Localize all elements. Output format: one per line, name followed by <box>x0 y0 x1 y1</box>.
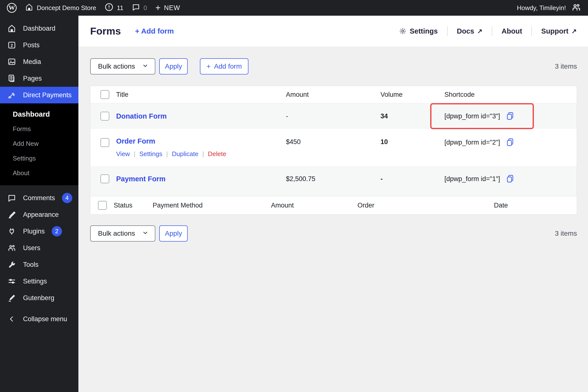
row-checkbox[interactable] <box>100 138 109 147</box>
header-link-settings[interactable]: Settings <box>390 27 447 35</box>
update-count: 11 <box>117 4 124 12</box>
posts-icon: 2 <box>7 41 16 50</box>
sidebar-item-direct-payments[interactable]: Direct Payments <box>0 87 78 104</box>
volume-cell: 10 <box>380 137 444 146</box>
chevron-down-icon <box>142 62 148 70</box>
table-row: Order Form View | Settings | Duplicate |… <box>90 129 577 166</box>
sidebar-item-posts[interactable]: 2 Posts <box>0 37 78 54</box>
footer-header-status: Status <box>114 202 153 209</box>
column-header-title[interactable]: Title <box>116 91 286 98</box>
items-count: 3 items <box>555 62 577 70</box>
sidebar-item-comments[interactable]: Comments 4 <box>0 190 78 206</box>
bulk-actions-select[interactable]: Bulk actions <box>90 226 155 242</box>
chevron-down-icon <box>142 230 148 238</box>
settings-link[interactable]: Settings <box>140 150 162 158</box>
duplicate-link[interactable]: Duplicate <box>172 150 198 158</box>
sidebar-item-dashboard[interactable]: Dashboard <box>0 20 78 37</box>
comments-indicator[interactable]: 0 <box>132 3 147 13</box>
gear-icon <box>399 27 407 35</box>
page-title: Forms <box>90 26 121 37</box>
submenu-item-about[interactable]: About <box>0 166 78 180</box>
header-link-docs[interactable]: Docs ↗ <box>448 27 492 35</box>
header-link-about[interactable]: About <box>492 27 532 35</box>
column-header-shortcode: Shortcode <box>444 91 577 98</box>
sidebar-item-appearance[interactable]: Appearance <box>0 206 78 223</box>
form-title-link[interactable]: Donation Form <box>116 112 166 120</box>
plug-icon <box>7 227 16 236</box>
home-icon <box>25 3 33 13</box>
footer-header-payment-method: Payment Method <box>153 202 271 209</box>
sidebar-item-settings[interactable]: Settings <box>0 273 78 290</box>
comment-bubble-icon <box>7 194 16 202</box>
items-count: 3 items <box>555 230 577 238</box>
copy-icon[interactable] <box>506 138 514 146</box>
sliders-icon <box>7 277 16 286</box>
users-icon[interactable] <box>571 2 581 13</box>
howdy-greeting[interactable]: Howdy, Timileyin! <box>517 4 566 12</box>
sidebar-item-plugins[interactable]: Plugins 2 <box>0 223 78 240</box>
alert-circle-icon <box>104 3 114 13</box>
new-content-button[interactable]: + NEW <box>155 4 180 12</box>
amount-cell: - <box>286 112 380 120</box>
main-content: Forms + Add form Settings Docs ↗ About S… <box>78 16 588 392</box>
brush-icon <box>7 210 16 219</box>
external-link-icon: ↗ <box>571 28 577 35</box>
form-title-link[interactable]: Order Form <box>116 137 155 145</box>
submenu-item-settings[interactable]: Settings <box>0 151 78 166</box>
pages-icon <box>7 74 16 83</box>
add-form-button[interactable]: + Add form <box>200 58 248 74</box>
shortcode-text: [dpwp_form id="3"] <box>444 112 500 120</box>
row-checkbox[interactable] <box>100 112 109 120</box>
admin-sidebar: Dashboard 2 Posts Media Pages Direct Pay… <box>0 16 78 392</box>
shortcode-text: [dpwp_form id="2"] <box>444 139 500 146</box>
select-all-checkbox[interactable] <box>98 201 107 210</box>
updates-indicator[interactable]: 11 <box>104 3 124 13</box>
comment-bubble-icon <box>132 3 140 13</box>
wordpress-logo-icon[interactable]: W <box>7 3 17 13</box>
row-actions: View | Settings | Duplicate | Delete <box>116 150 286 158</box>
admin-bar: W Doncept Demo Store 11 0 + NEW Howdy, T… <box>0 0 588 16</box>
sidebar-item-media[interactable]: Media <box>0 54 78 70</box>
form-title-link[interactable]: Payment Form <box>116 175 166 183</box>
wrench-icon <box>7 260 16 269</box>
sidebar-item-tools[interactable]: Tools <box>0 256 78 273</box>
delete-link[interactable]: Delete <box>208 150 226 158</box>
footer-header-order: Order <box>358 202 494 209</box>
sidebar-item-users[interactable]: Users <box>0 240 78 256</box>
submenu-item-add-new[interactable]: Add New <box>0 136 78 151</box>
plus-icon: + <box>206 62 210 70</box>
select-all-checkbox[interactable] <box>100 90 109 99</box>
table-header-row: Title Amount Volume Shortcode <box>90 86 577 103</box>
site-link[interactable]: Doncept Demo Store <box>25 3 96 13</box>
house-icon <box>7 24 16 33</box>
header-link-support[interactable]: Support ↗ <box>532 27 577 35</box>
column-header-amount[interactable]: Amount <box>286 91 380 98</box>
header-add-form-link[interactable]: + Add form <box>135 27 174 35</box>
chevron-left-icon <box>7 315 16 323</box>
volume-cell: - <box>380 175 444 183</box>
media-icon <box>7 57 16 66</box>
view-link[interactable]: View <box>116 150 130 158</box>
submenu-item-forms[interactable]: Forms <box>0 122 78 136</box>
apply-button[interactable]: Apply <box>159 58 188 74</box>
svg-text:2: 2 <box>10 43 13 48</box>
users-icon <box>7 244 16 252</box>
comment-count: 0 <box>144 4 147 12</box>
collapse-menu-button[interactable]: Collapse menu <box>0 311 78 327</box>
row-checkbox[interactable] <box>100 174 109 183</box>
column-header-volume[interactable]: Volume <box>380 91 444 98</box>
amount-cell: $2,500.75 <box>286 175 380 183</box>
copy-icon[interactable] <box>506 112 514 120</box>
bulk-actions-select[interactable]: Bulk actions <box>90 58 155 74</box>
submenu-item-dashboard[interactable]: Dashboard <box>0 107 78 122</box>
apply-button[interactable]: Apply <box>159 226 188 242</box>
sidebar-item-gutenberg[interactable]: Gutenberg <box>0 290 78 306</box>
top-toolbar: Bulk actions Apply + Add form 3 items <box>90 58 577 74</box>
table-row: Donation Form - 34 [dpwp_form id="3"] <box>90 103 577 129</box>
amount-cell: $450 <box>286 137 380 146</box>
forms-table: Title Amount Volume Shortcode Donation F… <box>90 86 577 214</box>
copy-icon[interactable] <box>506 175 514 183</box>
page-header: Forms + Add form Settings Docs ↗ About S… <box>78 16 588 46</box>
footer-header-amount: Amount <box>271 202 358 209</box>
sidebar-item-pages[interactable]: Pages <box>0 70 78 87</box>
